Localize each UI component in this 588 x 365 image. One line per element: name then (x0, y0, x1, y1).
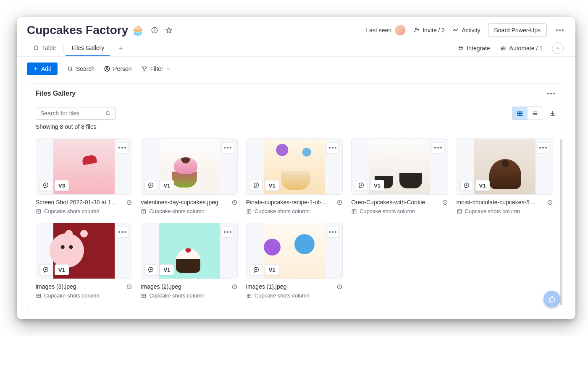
robot-icon (499, 45, 507, 52)
tab-table[interactable]: Table (27, 40, 62, 56)
column-label: Cupcake shots column (255, 208, 310, 214)
clock-icon (547, 199, 553, 206)
toolbar: Add Search Person Filter (17, 57, 575, 78)
star-icon[interactable] (164, 26, 173, 35)
speech-plus-icon (463, 182, 470, 189)
svg-rect-23 (520, 111, 522, 113)
svg-rect-22 (518, 111, 520, 113)
svg-point-15 (68, 67, 71, 70)
list-icon (532, 110, 538, 117)
files-search-box[interactable] (36, 107, 116, 120)
file-thumbnail[interactable]: V1 (36, 223, 132, 279)
divider (63, 44, 64, 52)
annotate-button[interactable] (250, 180, 262, 191)
download-icon (549, 110, 556, 117)
annotate-button[interactable] (144, 264, 157, 275)
file-card[interactable]: V1 valentines-day-cupcakes.jpeg Cupcake … (141, 138, 237, 214)
download-all-button[interactable] (549, 110, 556, 117)
search-icon (67, 65, 74, 72)
card-more-button[interactable] (116, 227, 129, 237)
file-card[interactable]: V1 Oreo-Cupcakes-with-Cookie… Cupcake sh… (351, 138, 448, 214)
version-badge: V1 (160, 180, 174, 191)
column-icon (36, 293, 42, 299)
collapse-button[interactable] (552, 42, 564, 54)
column-icon (141, 209, 147, 214)
file-name: valentines-day-cupcakes.jpeg (141, 199, 218, 206)
add-view-button[interactable] (114, 41, 128, 55)
card-more-button[interactable] (326, 227, 339, 237)
search-tool[interactable]: Search (67, 65, 94, 72)
activity-link[interactable]: Activity (452, 27, 480, 34)
clock-icon (442, 199, 448, 206)
svg-rect-34 (37, 209, 40, 213)
annotate-button[interactable] (355, 180, 368, 191)
card-more-button[interactable] (221, 227, 234, 237)
annotate-button[interactable] (39, 180, 52, 191)
file-thumbnail[interactable]: V1 (246, 138, 343, 195)
annotate-button[interactable] (39, 264, 52, 275)
board-emoji: 🧁 (131, 24, 144, 36)
list-view-button[interactable] (528, 107, 543, 120)
person-add-icon (413, 27, 420, 34)
annotate-button[interactable] (250, 264, 262, 275)
automate-label: Automate / 1 (509, 45, 543, 52)
column-icon (141, 293, 147, 299)
invite-button[interactable]: Invite / 2 (413, 27, 445, 34)
integrate-link[interactable]: Integrate (457, 45, 490, 52)
card-more-button[interactable] (221, 142, 234, 153)
speech-plus-icon (358, 182, 365, 189)
svg-rect-24 (518, 114, 520, 116)
search-label: Search (76, 65, 94, 72)
header-more-button[interactable] (554, 28, 565, 33)
card-more-button[interactable] (116, 142, 129, 153)
tab-files-gallery-label: Files Gallery (71, 44, 104, 51)
view-toggle (512, 107, 543, 120)
file-thumbnail[interactable]: V1 (141, 138, 237, 195)
card-more-button[interactable] (537, 142, 549, 153)
file-card[interactable]: V3 Screen Shot 2022-01-30 at 1… Cupcake … (36, 138, 132, 214)
file-card[interactable]: V1 Pinata-cupcakes-recipe-1-of-… Cupcake… (246, 138, 343, 214)
file-name: Screen Shot 2022-01-30 at 1… (36, 199, 117, 206)
automate-link[interactable]: Automate / 1 (499, 45, 543, 52)
tab-files-gallery[interactable]: Files Gallery (66, 40, 110, 56)
person-tool[interactable]: Person (104, 65, 131, 72)
help-bubble-button[interactable] (543, 291, 560, 308)
svg-point-18 (106, 68, 108, 69)
column-label: Cupcake shots column (149, 292, 205, 299)
showing-count: Showing 8 out of 8 files (27, 123, 565, 136)
grid-view-button[interactable] (512, 107, 528, 120)
scrollbar[interactable] (560, 139, 562, 305)
integrate-label: Integrate (467, 45, 490, 52)
column-label: Cupcake shots column (465, 208, 520, 214)
svg-rect-41 (142, 209, 146, 213)
invite-label: Invite / 2 (423, 27, 445, 34)
panel-title: Files Gallery (36, 90, 76, 97)
annotate-button[interactable] (460, 180, 473, 191)
add-label: Add (41, 65, 52, 72)
info-icon[interactable] (150, 26, 159, 35)
card-more-button[interactable] (326, 142, 339, 153)
file-card[interactable]: V1 images (2).jpeg Cupcake shots column (141, 223, 237, 299)
file-thumbnail[interactable]: V1 (141, 223, 237, 279)
card-more-button[interactable] (432, 142, 444, 153)
home-icon (33, 44, 39, 51)
files-search-input[interactable] (40, 110, 102, 117)
file-thumbnail[interactable]: V1 (351, 138, 448, 195)
last-seen[interactable]: Last seen (366, 25, 406, 36)
speech-plus-icon (253, 266, 260, 273)
version-badge: V1 (475, 180, 490, 191)
add-button[interactable]: Add (27, 63, 58, 75)
annotate-button[interactable] (144, 180, 157, 191)
file-card[interactable]: V1 images (1).jpeg Cupcake shots column (246, 223, 343, 299)
file-name: Pinata-cupcakes-recipe-1-of-… (246, 199, 328, 206)
file-thumbnail[interactable]: V1 (246, 223, 343, 279)
clock-icon (126, 199, 132, 206)
filter-tool[interactable]: Filter (141, 65, 171, 72)
file-card[interactable]: V1 moist-chocolate-cupcakes-5… Cupcake s… (457, 138, 553, 214)
file-thumbnail[interactable]: V1 (457, 138, 553, 195)
power-ups-button[interactable]: Board Power-Ups (488, 23, 547, 37)
file-card[interactable]: V1 images (3).jpeg Cupcake shots column (36, 223, 132, 299)
panel-more-button[interactable] (546, 91, 556, 96)
file-thumbnail[interactable]: V3 (36, 138, 132, 195)
version-badge: V1 (370, 180, 384, 191)
